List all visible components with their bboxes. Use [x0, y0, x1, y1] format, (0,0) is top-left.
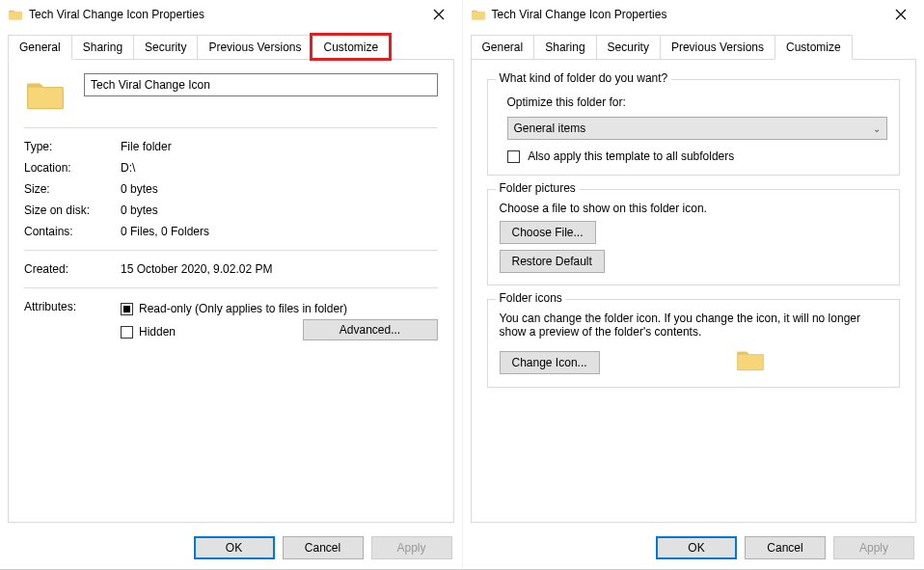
group-folder-pictures: Folder pictures Choose a file to show on…: [487, 189, 901, 285]
also-apply-checkbox[interactable]: [507, 150, 520, 163]
tab-security[interactable]: Security: [596, 35, 661, 59]
optimize-select-value: General items: [514, 122, 586, 135]
folder-name-input[interactable]: [84, 73, 438, 96]
window-title: Tech Viral Change Icon Properties: [492, 8, 881, 21]
group-folder-kind: What kind of folder do you want? Optimiz…: [487, 79, 901, 176]
ok-button[interactable]: OK: [656, 536, 737, 559]
tab-sharing[interactable]: Sharing: [533, 35, 596, 59]
general-tab-content: Type:File folder Location:D:\ Size:0 byt…: [8, 59, 454, 523]
created-value: 15 October 2020, 9.02.02 PM: [121, 262, 438, 276]
advanced-button[interactable]: Advanced...: [303, 319, 438, 340]
apply-button[interactable]: Apply: [833, 536, 914, 559]
size-value: 0 bytes: [121, 182, 438, 196]
hidden-label: Hidden: [139, 325, 176, 339]
created-label: Created:: [24, 262, 121, 276]
size-on-disk-label: Size on disk:: [24, 204, 121, 217]
restore-default-button[interactable]: Restore Default: [500, 250, 605, 273]
size-label: Size:: [24, 182, 121, 196]
location-value: D:\: [121, 161, 438, 175]
choose-file-button[interactable]: Choose File...: [500, 221, 596, 244]
contains-label: Contains:: [24, 225, 121, 238]
readonly-label: Read-only (Only applies to files in fold…: [139, 302, 347, 315]
size-on-disk-value: 0 bytes: [121, 204, 438, 217]
dialog-buttons: OK Cancel Apply: [463, 530, 925, 569]
ok-button[interactable]: OK: [194, 536, 275, 559]
group-pictures-legend: Folder pictures: [496, 181, 580, 195]
tab-security[interactable]: Security: [133, 35, 198, 59]
customize-tab-content: What kind of folder do you want? Optimiz…: [471, 59, 917, 523]
also-apply-label: Also apply this template to all subfolde…: [528, 149, 734, 163]
properties-dialog-general: Tech Viral Change Icon Properties Genera…: [0, 0, 463, 570]
cancel-button[interactable]: Cancel: [745, 536, 826, 559]
group-folder-icons: Folder icons You can change the folder i…: [487, 299, 901, 388]
tab-general[interactable]: General: [8, 35, 72, 60]
pictures-desc: Choose a file to show on this folder ico…: [500, 202, 888, 215]
dialog-buttons: OK Cancel Apply: [0, 530, 462, 569]
type-label: Type:: [24, 140, 121, 153]
close-button[interactable]: [418, 1, 460, 28]
tab-customize[interactable]: Customize: [312, 35, 390, 59]
location-label: Location:: [24, 161, 121, 175]
tab-previous-versions[interactable]: Previous Versions: [660, 35, 775, 59]
properties-dialog-customize: Tech Viral Change Icon Properties Genera…: [463, 0, 925, 570]
folder-preview-icon: [735, 344, 766, 375]
tab-sharing[interactable]: Sharing: [71, 35, 134, 59]
change-icon-button[interactable]: Change Icon...: [500, 351, 600, 374]
contains-value: 0 Files, 0 Folders: [121, 225, 438, 238]
group-icons-legend: Folder icons: [496, 291, 566, 305]
readonly-checkbox[interactable]: [121, 303, 133, 315]
folder-large-icon: [24, 73, 67, 116]
folder-icon: [471, 7, 486, 22]
folder-icon: [8, 7, 23, 22]
tab-customize[interactable]: Customize: [775, 35, 853, 60]
hidden-checkbox[interactable]: [121, 326, 133, 339]
attributes-label: Attributes:: [24, 300, 121, 313]
type-value: File folder: [121, 140, 438, 153]
optimize-select[interactable]: General items ⌄: [507, 117, 888, 140]
cancel-button[interactable]: Cancel: [283, 536, 364, 559]
apply-button[interactable]: Apply: [371, 536, 452, 559]
chevron-down-icon: ⌄: [873, 123, 881, 134]
icons-desc: You can change the folder icon. If you c…: [500, 312, 888, 339]
group-kind-legend: What kind of folder do you want?: [496, 71, 672, 85]
titlebar: Tech Viral Change Icon Properties: [463, 0, 925, 29]
tab-previous-versions[interactable]: Previous Versions: [197, 35, 313, 59]
tab-row: General Sharing Security Previous Versio…: [0, 29, 462, 59]
close-button[interactable]: [880, 1, 922, 28]
optimize-label: Optimize this folder for:: [507, 95, 888, 109]
titlebar: Tech Viral Change Icon Properties: [0, 0, 462, 29]
tab-row: General Sharing Security Previous Versio…: [463, 29, 925, 59]
window-title: Tech Viral Change Icon Properties: [29, 8, 418, 21]
tab-general[interactable]: General: [471, 35, 535, 59]
